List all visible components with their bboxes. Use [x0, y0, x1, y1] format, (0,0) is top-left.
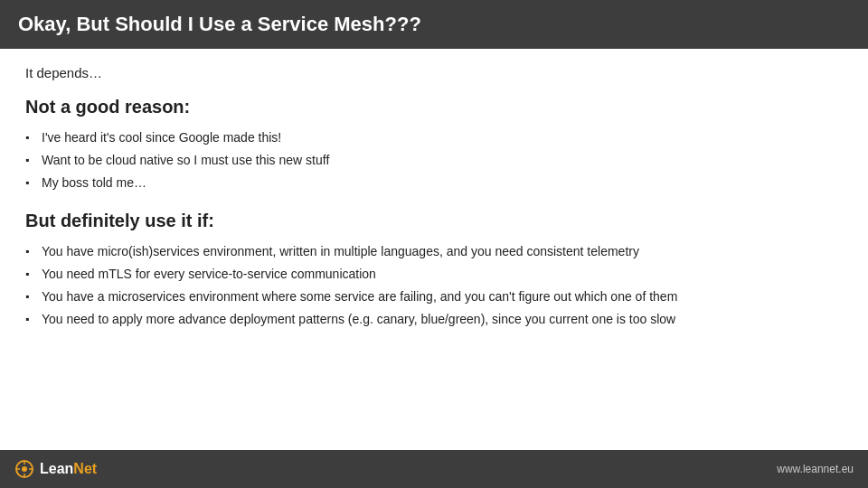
- footer-url: www.leannet.eu: [777, 463, 854, 475]
- list-item: You have micro(ish)services environment,…: [25, 240, 843, 263]
- use-it-if-list: You have micro(ish)services environment,…: [25, 240, 843, 331]
- content-area: It depends… Not a good reason: I've hear…: [0, 49, 868, 401]
- footer-logo: LeanNet: [14, 459, 97, 479]
- list-item: Want to be cloud native so I must use th…: [25, 149, 843, 172]
- not-good-reason-title: Not a good reason:: [25, 97, 843, 117]
- not-good-reason-list: I've heard it's cool since Google made t…: [25, 127, 843, 194]
- list-item: You need to apply more advance deploymen…: [25, 308, 843, 331]
- net-text: Net: [73, 461, 97, 476]
- footer: LeanNet www.leannet.eu: [0, 450, 868, 488]
- intro-text: It depends…: [25, 65, 843, 80]
- lean-net-icon: [14, 459, 34, 479]
- header: Okay, But Should I Use a Service Mesh???: [0, 0, 868, 49]
- slide-title: Okay, But Should I Use a Service Mesh???: [18, 13, 421, 35]
- footer-logo-label: LeanNet: [40, 461, 97, 477]
- use-it-if-title: But definitely use it if:: [25, 211, 843, 231]
- svg-point-1: [22, 466, 27, 472]
- list-item: I've heard it's cool since Google made t…: [25, 127, 843, 149]
- list-item: You need mTLS for every service-to-servi…: [25, 263, 843, 286]
- lean-text: Lean: [40, 461, 73, 476]
- list-item: You have a microservices environment whe…: [25, 286, 843, 308]
- list-item: My boss told me…: [25, 172, 843, 194]
